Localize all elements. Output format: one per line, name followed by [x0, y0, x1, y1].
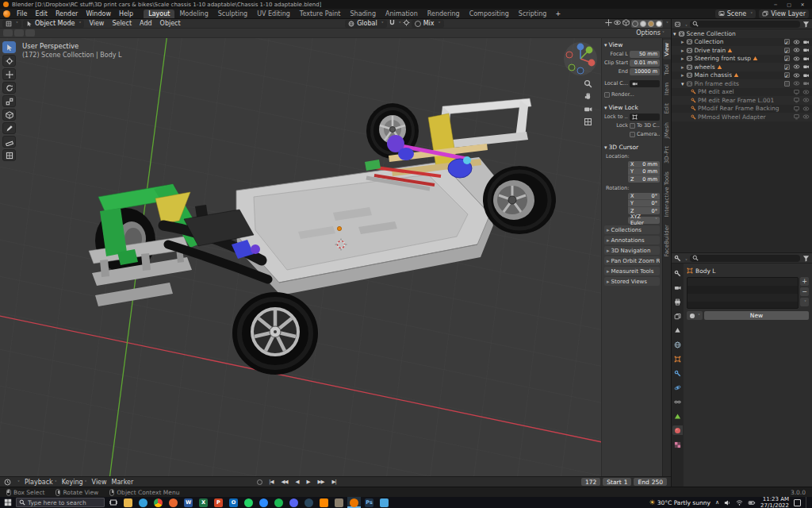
- exclude-checkbox[interactable]: [784, 39, 790, 44]
- properties-tab-modifiers-icon[interactable]: [672, 368, 683, 378]
- exclude-checkbox[interactable]: [784, 56, 790, 61]
- taskbar-app-firefox[interactable]: [167, 497, 180, 508]
- object-menu[interactable]: Object: [157, 20, 184, 27]
- workspace-tab-rendering[interactable]: Rendering: [423, 10, 465, 18]
- hide-eye-icon[interactable]: [793, 56, 800, 62]
- sidebar-tab-edit[interactable]: Edit: [663, 100, 671, 117]
- workspace-tab-modeling[interactable]: Modeling: [174, 10, 213, 18]
- workspace-add-button[interactable]: +: [551, 10, 565, 17]
- new-material-button[interactable]: New: [704, 311, 809, 320]
- camera-to-view-checkbox[interactable]: [630, 132, 635, 137]
- material-specials-menu[interactable]: [800, 298, 809, 306]
- auto-keying-toggle[interactable]: [257, 479, 262, 485]
- outliner-row-pmmod-wheel-adapter[interactable]: PMmod Wheel Adapter: [672, 113, 812, 121]
- current-frame-field[interactable]: 172: [581, 478, 600, 486]
- sidebar-tab-jmesh[interactable]: jMesh: [663, 119, 671, 141]
- filter-icon[interactable]: [802, 255, 810, 262]
- taskbar-app-zoom[interactable]: [257, 497, 270, 508]
- menu-window[interactable]: Window: [82, 10, 115, 17]
- taskbar-app-file-explorer[interactable]: [121, 497, 135, 508]
- outliner-row-steering-front-susp[interactable]: Steering front susp: [672, 55, 812, 64]
- exclude-checkbox[interactable]: [784, 64, 790, 70]
- properties-editor-icon[interactable]: [674, 255, 681, 262]
- select-mode-subtract-button[interactable]: [25, 29, 35, 37]
- properties-tab-output-icon[interactable]: [672, 297, 683, 306]
- view-panel-header[interactable]: View: [603, 40, 661, 49]
- properties-tab-render-icon[interactable]: [672, 283, 683, 292]
- cursor-loc-y-field[interactable]: Y0 mm: [628, 168, 660, 175]
- measure-tool[interactable]: [2, 136, 16, 148]
- material-slot-row[interactable]: [688, 294, 798, 302]
- zoom-icon[interactable]: [584, 79, 592, 88]
- focal-length-field[interactable]: 50 mm: [630, 51, 660, 58]
- filter-icon[interactable]: [802, 21, 810, 28]
- add-menu[interactable]: Add: [136, 20, 155, 27]
- playback-menu[interactable]: Playback: [25, 479, 57, 486]
- marker-menu[interactable]: Marker: [112, 479, 134, 486]
- play-reverse-button[interactable]: ◀: [293, 479, 300, 485]
- browse-material-dropdown[interactable]: [687, 311, 703, 320]
- play-button[interactable]: ▶: [304, 479, 311, 485]
- notification-center-icon[interactable]: [794, 499, 801, 506]
- taskbar-app-outlook[interactable]: O: [227, 497, 240, 508]
- stored-views-panel-header[interactable]: Stored Views: [604, 277, 660, 286]
- xray-toggle[interactable]: [622, 19, 630, 28]
- collections-panel-header[interactable]: Collections: [604, 225, 660, 234]
- next-keyframe-button[interactable]: ▶▶: [316, 479, 325, 485]
- frame-start-field[interactable]: Start1: [603, 478, 631, 486]
- exclude-checkbox[interactable]: [784, 48, 790, 53]
- rotation-mode-dropdown[interactable]: XYZ Euler: [628, 217, 660, 224]
- show-gizmo-toggle[interactable]: [605, 19, 612, 28]
- transform-orientation-dropdown[interactable]: Global: [345, 20, 387, 28]
- taskbar-app-notepad[interactable]: [377, 497, 391, 508]
- annotate-tool[interactable]: [2, 122, 16, 134]
- disable-render-camera-icon[interactable]: [802, 39, 810, 45]
- outliner-row-pin-frame-edits[interactable]: Pin frame edits: [672, 79, 812, 88]
- sidebar-tab-item[interactable]: Item: [663, 79, 671, 98]
- lock-to-object-field[interactable]: [630, 114, 660, 121]
- local-camera-field[interactable]: [630, 80, 660, 87]
- hide-viewport-icon[interactable]: [793, 106, 800, 112]
- cursor-rot-y-field[interactable]: Y0°: [628, 200, 660, 207]
- blender-logo-icon[interactable]: [3, 10, 10, 17]
- disable-render-camera-icon[interactable]: [802, 64, 810, 70]
- measureit-tools-panel-header[interactable]: Measureit Tools: [604, 267, 660, 275]
- hide-eye-icon[interactable]: [802, 89, 810, 95]
- clock-widget[interactable]: 11:23 AM 27/1/2022: [760, 496, 789, 508]
- rear-right-wheel-object[interactable]: [483, 166, 556, 234]
- taskbar-app-vlc[interactable]: [317, 497, 331, 508]
- taskbar-app-gimp[interactable]: [332, 497, 346, 508]
- show-desktop-button[interactable]: [806, 497, 808, 508]
- cursor-panel-header[interactable]: 3D Cursor: [603, 142, 661, 152]
- outliner-editor-icon[interactable]: [674, 21, 681, 28]
- taskbar-app-steam[interactable]: [302, 497, 316, 508]
- snap-toggle[interactable]: [389, 19, 396, 28]
- cursor-loc-z-field[interactable]: Z0 mm: [628, 175, 660, 183]
- cursor-loc-x-field[interactable]: X0 mm: [628, 161, 660, 168]
- viewport-canvas[interactable]: [0, 19, 671, 476]
- frame-end-field[interactable]: End250: [634, 478, 667, 486]
- hide-eye-icon[interactable]: [793, 39, 800, 45]
- render-region-checkbox[interactable]: [604, 92, 610, 98]
- camera-view-icon[interactable]: [584, 105, 592, 114]
- outliner-row-collection[interactable]: Collection: [672, 38, 812, 47]
- properties-tab-material-icon[interactable]: [672, 425, 683, 435]
- weather-widget[interactable]: ☀ 30°C Partly sunny: [649, 498, 710, 506]
- sidebar-tab-facebuilder[interactable]: FaceBuilder: [663, 221, 671, 260]
- material-slot-row[interactable]: [688, 302, 798, 309]
- disable-render-camera-icon[interactable]: [802, 72, 810, 79]
- clip-start-field[interactable]: 0.01 mm: [630, 60, 660, 67]
- view-lock-panel-header[interactable]: View Lock: [603, 102, 661, 112]
- prev-keyframe-button[interactable]: ◀◀: [279, 479, 289, 485]
- wireframe-shading-icon[interactable]: [632, 21, 638, 27]
- hide-eye-icon[interactable]: [793, 47, 800, 53]
- properties-tab-object-icon[interactable]: [672, 354, 683, 364]
- sidebar-tab-3d-print[interactable]: 3D-Prt: [663, 143, 671, 167]
- workspace-tab-shading[interactable]: Shading: [345, 10, 381, 18]
- select-mode-extend-button[interactable]: [14, 29, 24, 37]
- snap-settings-dropdown[interactable]: [397, 20, 401, 27]
- material-slot-row[interactable]: [688, 278, 798, 286]
- outliner-row-scene-collection[interactable]: Scene Collection: [672, 29, 812, 38]
- taskbar-app-whatsapp[interactable]: [242, 497, 255, 508]
- hidden-icons-chevron[interactable]: ∧: [715, 499, 719, 506]
